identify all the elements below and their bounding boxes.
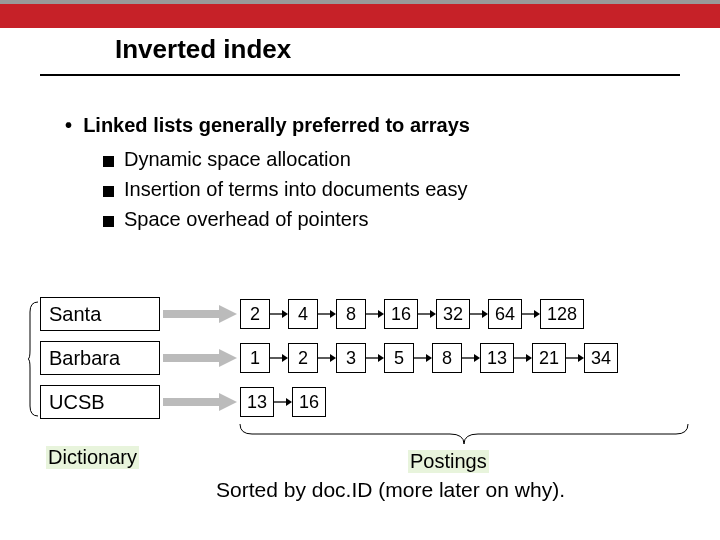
index-row: Barbara 12358132134	[40, 336, 700, 380]
svg-marker-1	[219, 305, 237, 323]
posting-node: 8	[432, 343, 462, 373]
svg-rect-0	[163, 310, 219, 318]
link-arrow-icon	[318, 352, 336, 364]
inverted-index-diagram: Santa 248163264128 Barbara 12358132134 U…	[40, 292, 700, 424]
posting-node: 3	[336, 343, 366, 373]
index-row: Santa 248163264128	[40, 292, 700, 336]
dictionary-label: Dictionary	[46, 446, 139, 469]
posting-node: 1	[240, 343, 270, 373]
title-underline	[40, 74, 680, 76]
link-arrow-icon	[514, 352, 532, 364]
bullet-list: • Linked lists generally preferred to ar…	[65, 110, 470, 234]
bullet-sub: Insertion of terms into documents easy	[103, 174, 470, 204]
term-arrow-icon	[160, 305, 240, 323]
bullet-sub-text: Dynamic space allocation	[124, 144, 351, 174]
posting-node: 13	[480, 343, 514, 373]
posting-node: 8	[336, 299, 366, 329]
svg-rect-30	[163, 398, 219, 406]
bullet-sub: Dynamic space allocation	[103, 144, 470, 174]
index-row: UCSB 1316	[40, 380, 700, 424]
posting-node: 4	[288, 299, 318, 329]
link-arrow-icon	[366, 352, 384, 364]
bullet-sub-text: Space overhead of pointers	[124, 204, 369, 234]
bullet-sub: Space overhead of pointers	[103, 204, 470, 234]
posting-node: 21	[532, 343, 566, 373]
term-arrow-icon	[160, 349, 240, 367]
link-arrow-icon	[270, 308, 288, 320]
link-arrow-icon	[462, 352, 480, 364]
svg-marker-31	[219, 393, 237, 411]
term-box: Santa	[40, 297, 160, 331]
posting-node: 64	[488, 299, 522, 329]
square-bullet-icon	[103, 156, 114, 167]
posting-node: 128	[540, 299, 584, 329]
bullet-main: • Linked lists generally preferred to ar…	[65, 110, 470, 140]
link-arrow-icon	[522, 308, 540, 320]
sorted-note: Sorted by doc.ID (more later on why).	[216, 478, 565, 502]
posting-node: 2	[240, 299, 270, 329]
posting-node: 32	[436, 299, 470, 329]
link-arrow-icon	[318, 308, 336, 320]
postings-list: 1316	[240, 387, 326, 417]
posting-node: 16	[292, 387, 326, 417]
posting-node: 13	[240, 387, 274, 417]
link-arrow-icon	[414, 352, 432, 364]
dictionary-brace	[28, 300, 40, 418]
link-arrow-icon	[566, 352, 584, 364]
postings-list: 248163264128	[240, 299, 584, 329]
posting-node: 2	[288, 343, 318, 373]
slide-title: Inverted index	[115, 34, 291, 65]
term-arrow-icon	[160, 393, 240, 411]
posting-node: 16	[384, 299, 418, 329]
postings-label: Postings	[408, 450, 489, 473]
link-arrow-icon	[270, 352, 288, 364]
link-arrow-icon	[274, 396, 292, 408]
postings-list: 12358132134	[240, 343, 618, 373]
bullet-main-text: Linked lists generally preferred to arra…	[83, 114, 470, 136]
posting-node: 34	[584, 343, 618, 373]
svg-marker-15	[219, 349, 237, 367]
header-band	[0, 0, 720, 28]
link-arrow-icon	[366, 308, 384, 320]
link-arrow-icon	[418, 308, 436, 320]
link-arrow-icon	[470, 308, 488, 320]
square-bullet-icon	[103, 216, 114, 227]
svg-rect-14	[163, 354, 219, 362]
bullet-sub-text: Insertion of terms into documents easy	[124, 174, 468, 204]
term-box: Barbara	[40, 341, 160, 375]
term-box: UCSB	[40, 385, 160, 419]
posting-node: 5	[384, 343, 414, 373]
square-bullet-icon	[103, 186, 114, 197]
postings-brace	[238, 422, 690, 444]
